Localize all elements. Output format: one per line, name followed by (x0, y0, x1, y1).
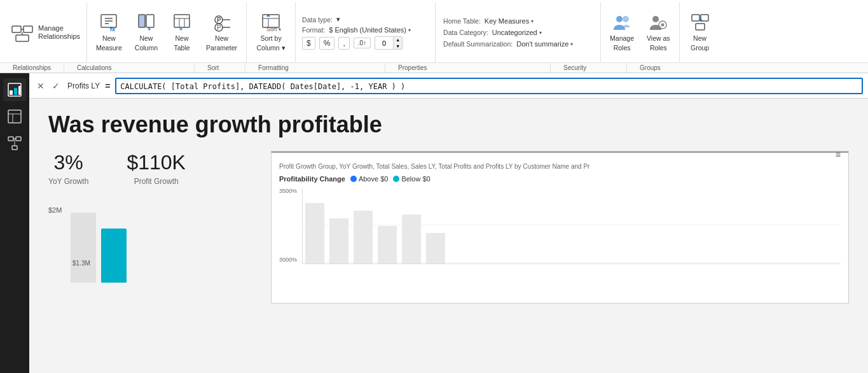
y-label-3500: 3500% (279, 188, 297, 194)
section-calculations: Calculations (64, 63, 195, 73)
col-2 (329, 218, 348, 264)
format-dropdown[interactable]: $ English (United States) ▾ (329, 26, 411, 34)
right-panel-topbar: ≡ (272, 151, 848, 154)
svg-rect-47 (16, 137, 21, 141)
section-relationships-label: Relationships (13, 64, 51, 71)
default-summarization-label: Default Summarization: (443, 40, 513, 48)
chart-grid (302, 188, 841, 264)
manage-relationships-button[interactable]: Manage Relationships (5, 13, 81, 52)
svg-text:+: + (148, 26, 151, 32)
new-group-button[interactable]: + New Group (684, 10, 717, 54)
section-whatif-label: Sort (207, 64, 219, 71)
manage-roles-button[interactable]: Manage Roles (605, 10, 639, 54)
ribbon-group-groups: + New Group (680, 3, 720, 62)
svg-rect-48 (12, 146, 17, 150)
spinner-down[interactable]: ▼ (394, 43, 402, 49)
formula-confirm-button[interactable]: ✓ (50, 80, 62, 92)
view-as-roles-line2: Roles (650, 44, 667, 52)
svg-rect-11 (146, 15, 154, 27)
section-whatif: Sort (195, 63, 245, 73)
new-measure-button[interactable]: fx New Measure (91, 10, 127, 54)
section-relationships: Relationships (0, 63, 64, 73)
new-table-icon: + (172, 13, 192, 33)
legend-row: Profitability Change Above $0 Below $0 (279, 175, 841, 183)
decimal-input[interactable] (375, 38, 393, 48)
percent-button[interactable]: % (319, 37, 335, 50)
legend-dot-below (393, 176, 399, 182)
new-parameter-icon: P P (212, 13, 232, 33)
svg-rect-10 (139, 15, 145, 27)
format-caret: ▾ (408, 27, 411, 33)
new-column-line2: Column (135, 44, 158, 52)
bar-teal-1 (101, 229, 127, 283)
new-measure-icon: fx (99, 13, 119, 33)
comma-button[interactable]: , (338, 37, 349, 50)
new-parameter-line1: New (215, 34, 228, 43)
default-summarization-value: Don't summarize (516, 40, 568, 48)
svg-text:P: P (217, 24, 221, 31)
panel-handle-icon: ≡ (836, 150, 841, 160)
default-summarization-dropdown[interactable]: Don't summarize ▾ (516, 40, 573, 48)
sidebar-item-report-view[interactable] (3, 78, 26, 101)
formula-input[interactable] (120, 82, 858, 91)
legend-dot-above (350, 176, 357, 182)
svg-rect-46 (8, 137, 13, 141)
svg-point-32 (652, 16, 659, 22)
page-title: Was revenue growth profitable (48, 111, 849, 138)
yoy-growth-value: 3% (54, 151, 83, 174)
sort-by-column-button[interactable]: Sort ▾ Sort by Column ▾ (251, 10, 291, 54)
default-summarization-caret: ▾ (570, 41, 573, 47)
data-category-row: Data Category: Uncategorized ▾ (443, 29, 542, 36)
formula-cancel-button[interactable]: ✕ (34, 80, 47, 92)
view-as-roles-icon (648, 13, 668, 33)
legend-above-label: Above $0 (359, 175, 388, 183)
data-type-dropdown[interactable]: ▾ (336, 15, 340, 24)
ribbon-group-sort: Sort ▾ Sort by Column ▾ (247, 3, 296, 62)
formula-equals: = (105, 81, 110, 91)
decimal-increase-button[interactable]: .0↑ (354, 38, 371, 48)
home-table-dropdown[interactable]: Key Measures ▾ (485, 17, 534, 25)
formula-input-wrapper (115, 78, 863, 94)
sidebar-item-model-view[interactable] (3, 132, 26, 155)
svg-text:P: P (217, 17, 221, 24)
svg-point-34 (661, 24, 665, 27)
section-security: Security (551, 63, 627, 73)
dollar-button[interactable]: $ (302, 37, 315, 50)
relationships-svg (11, 21, 34, 44)
new-column-button[interactable]: + New Column (130, 10, 163, 54)
ribbon-group-calculations: fx New Measure + New Column (87, 3, 247, 62)
manage-roles-line2: Roles (614, 44, 631, 52)
svg-rect-42 (18, 86, 20, 95)
legend-above: Above $0 (350, 175, 388, 183)
new-table-button[interactable]: + New Table (165, 10, 198, 54)
metric-profit-growth: $110K Profit Growth (127, 151, 186, 186)
svg-text:Sort ▾: Sort ▾ (266, 26, 280, 32)
yoy-growth-label: YoY Growth (48, 177, 88, 186)
format-row: Format: $ English (United States) ▾ (302, 26, 411, 34)
view-as-roles-button[interactable]: View as Roles (642, 10, 675, 54)
relationships-icon (10, 17, 34, 48)
ribbon-top: Manage Relationships fx New Measure (0, 0, 868, 62)
data-type-row: Data type: ▾ (302, 15, 340, 24)
spinner-up[interactable]: ▲ (394, 37, 402, 43)
chart-area: 3500% 3000% (279, 188, 841, 264)
data-category-dropdown[interactable]: Uncategorized ▾ (492, 29, 542, 36)
formula-bar: ✕ ✓ Profits LY = (29, 73, 868, 99)
sidebar-item-data-view[interactable] (3, 105, 26, 128)
data-category-value: Uncategorized (492, 29, 537, 36)
formula-actions: ✕ ✓ (34, 80, 62, 92)
sort-by-column-icon: Sort ▾ (261, 13, 281, 33)
spinners: ▲ ▼ (393, 37, 402, 48)
ribbon-group-formatting: Data type: ▾ Format: $ English (United S… (296, 3, 436, 62)
legend-below: Below $0 (393, 175, 430, 183)
svg-point-30 (616, 16, 623, 22)
section-groups-label: Groups (640, 64, 661, 71)
new-parameter-button[interactable]: P P New Parameter (201, 10, 242, 54)
metric-yoy-growth: 3% YoY Growth (48, 151, 88, 186)
left-sidebar (0, 73, 29, 373)
ribbon: Manage Relationships fx New Measure (0, 0, 868, 73)
svg-rect-40 (10, 90, 13, 95)
bar-background-1 (71, 213, 96, 283)
data-category-caret: ▾ (539, 30, 542, 36)
right-panel-content: Profit Growth Group, YoY Growth, Total S… (279, 163, 841, 264)
